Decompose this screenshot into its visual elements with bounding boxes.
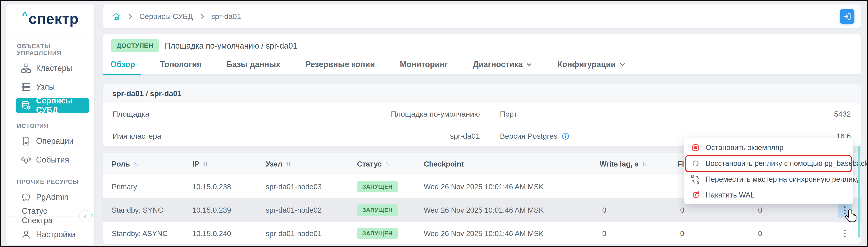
- menu-item-apply-wal[interactable]: Накатить WAL: [684, 187, 853, 203]
- column-header-ip[interactable]: IP: [183, 160, 257, 168]
- cell-write-lag: 0: [591, 229, 669, 238]
- column-header-write-lag[interactable]: Write lag, s: [591, 160, 669, 168]
- sidebar-item-clusters[interactable]: Кластеры: [6, 59, 94, 78]
- status-running-badge: ЗАПУЩЕН: [357, 181, 398, 192]
- cell-role: Primary: [103, 183, 183, 191]
- sort-icon: [202, 161, 209, 167]
- cell-node: spr-da01-node02: [257, 206, 348, 215]
- sort-icon: [285, 161, 291, 167]
- restore-replica-icon: [691, 159, 700, 168]
- login-button[interactable]: [840, 9, 855, 24]
- svg-text:S: S: [697, 180, 699, 184]
- tab-configurations[interactable]: Конфигурации: [557, 60, 625, 75]
- table-row-standby-async[interactable]: Standby: ASYNC 10.15.0.240 spr-da01-node…: [103, 222, 861, 245]
- cell-replay-lag: 0: [746, 206, 825, 215]
- info-icon[interactable]: [561, 132, 569, 140]
- sidebar-item-pgadmin[interactable]: PgAdmin: [6, 188, 94, 207]
- cell-checkpoint: Wed 26 Nov 2025 10:01:46 AM MSK: [415, 206, 591, 215]
- sidebar-item-settings[interactable]: Настройки: [6, 225, 94, 244]
- table-scrollbar[interactable]: [858, 146, 861, 238]
- info-value: Площадка по-умолчанию: [391, 110, 480, 118]
- status-running-badge: ЗАПУЩЕН: [357, 204, 398, 216]
- app-logo: ^ спектр: [6, 4, 94, 33]
- app-window: ^ спектр ОБЪЕКТЫ УПРАВЛЕНИЯ Кластеры Узл…: [0, 0, 868, 247]
- info-label: Имя кластера: [113, 132, 161, 140]
- login-icon: [843, 12, 851, 21]
- column-header-checkpoint[interactable]: Checkpoint: [415, 160, 591, 168]
- cell-role: Standby: ASYNC: [103, 229, 183, 238]
- cell-status: ЗАПУЩЕН: [348, 228, 415, 239]
- info-row-site: Площадка Площадка по-умолчанию: [103, 103, 490, 125]
- svg-text:M: M: [691, 174, 694, 179]
- cell-role: Standby: SYNC: [103, 206, 183, 215]
- bell-icon: [21, 155, 31, 165]
- kebab-menu-icon: [843, 229, 846, 238]
- info-row-port: Порт 5432: [490, 103, 861, 125]
- column-header-status[interactable]: Статус: [348, 160, 415, 168]
- info-label: Порт: [500, 110, 517, 118]
- tab-backups[interactable]: Резервные копии: [305, 60, 375, 75]
- sidebar-section-history: ИСТОРИЯ: [17, 122, 94, 130]
- sidebar-section-other-resources: ПРОЧИЕ РЕСУРСЫ: [17, 179, 94, 186]
- row-context-menu: Остановить экземпляр Восстановить реплик…: [684, 138, 853, 204]
- tab-topology[interactable]: Топология: [160, 60, 202, 75]
- sidebar-item-label: Узлы: [36, 82, 55, 92]
- chevron-down-icon: [526, 61, 532, 68]
- tab-monitoring[interactable]: Мониторинг: [400, 60, 448, 75]
- sidebar-collapse-button[interactable]: [79, 210, 92, 222]
- page-title: Площадка по-умолчанию / spr-da01: [165, 41, 297, 51]
- stop-instance-icon: [691, 143, 700, 152]
- sort-ascending-icon: [133, 161, 139, 167]
- chevron-right-icon: [199, 13, 206, 20]
- cluster-info-panel: spr-da01 / spr-da01 Площадка Площадка по…: [103, 84, 861, 146]
- database-services-icon: [21, 100, 31, 111]
- cell-ip: 10.15.0.239: [183, 206, 257, 215]
- menu-item-restore-replica[interactable]: Восстановить реплику с помощью pg_baseba…: [684, 155, 853, 171]
- logo-caret-icon: ^: [22, 9, 28, 21]
- info-label: Версия Postgres: [500, 132, 558, 140]
- chevron-down-icon: [619, 61, 626, 68]
- tab-databases[interactable]: Базы данных: [226, 60, 280, 75]
- row-actions-button[interactable]: [838, 226, 852, 241]
- mouse-cursor-pointer: [845, 209, 857, 223]
- info-value: 5432: [834, 110, 851, 118]
- sort-icon: [385, 161, 391, 167]
- cell-checkpoint: Wed 26 Nov 2025 10:01:46 AM MSK: [415, 229, 591, 238]
- tab-overview[interactable]: Обзор: [111, 60, 135, 75]
- sidebar: ^ спектр ОБЪЕКТЫ УПРАВЛЕНИЯ Кластеры Узл…: [6, 4, 94, 245]
- logo-text: спектр: [29, 10, 79, 27]
- sidebar-section-management: ОБЪЕКТЫ УПРАВЛЕНИЯ: [17, 43, 94, 57]
- home-icon[interactable]: [112, 11, 121, 21]
- breadcrumb-item-services[interactable]: Сервисы СУБД: [139, 12, 193, 21]
- sidebar-item-label: События: [36, 155, 69, 165]
- menu-item-stop-instance[interactable]: Остановить экземпляр: [684, 140, 853, 155]
- status-badge: ДОСТУПЕН: [111, 39, 159, 52]
- service-header-panel: ДОСТУПЕН Площадка по-умолчанию / spr-da0…: [103, 34, 861, 75]
- switchover-master-icon: M S: [691, 174, 700, 184]
- cell-checkpoint: Wed 26 Nov 2025 10:01:46 AM MSK: [415, 183, 591, 191]
- cell-node: spr-da01-node01: [257, 229, 348, 238]
- clusters-icon: [21, 63, 31, 73]
- cell-flush-lag: 0: [669, 206, 746, 215]
- column-header-role[interactable]: Роль: [103, 160, 183, 168]
- chevron-left-icon: [83, 213, 88, 219]
- sidebar-item-operations[interactable]: Операции: [6, 132, 94, 150]
- cell-status: ЗАПУЩЕН: [348, 181, 415, 192]
- breadcrumb-item-current: spr-da01: [211, 12, 241, 21]
- sidebar-footer-divider: [6, 216, 94, 216]
- menu-item-switchover-master[interactable]: M S Переместить мастер на синхронную реп…: [684, 171, 853, 187]
- chevron-right-icon: [127, 13, 133, 20]
- sidebar-item-dbms-services[interactable]: Сервисы СУБД: [16, 98, 89, 113]
- info-value: spr-da01: [450, 132, 480, 140]
- nodes-icon: [21, 82, 31, 92]
- sidebar-item-events[interactable]: События: [6, 150, 94, 169]
- cell-ip: 10.15.0.240: [183, 229, 257, 238]
- apply-wal-icon: [691, 190, 700, 200]
- tab-diagnostics[interactable]: Диагностика: [473, 60, 533, 75]
- sidebar-item-nodes[interactable]: Узлы: [6, 78, 94, 96]
- column-header-node[interactable]: Узел: [257, 160, 348, 168]
- cell-flush-lag: 0: [669, 229, 746, 238]
- breadcrumb: Сервисы СУБД spr-da01: [103, 4, 861, 28]
- status-running-badge: ЗАПУЩЕН: [357, 228, 398, 239]
- cluster-info-title: spr-da01 / spr-da01: [103, 84, 861, 103]
